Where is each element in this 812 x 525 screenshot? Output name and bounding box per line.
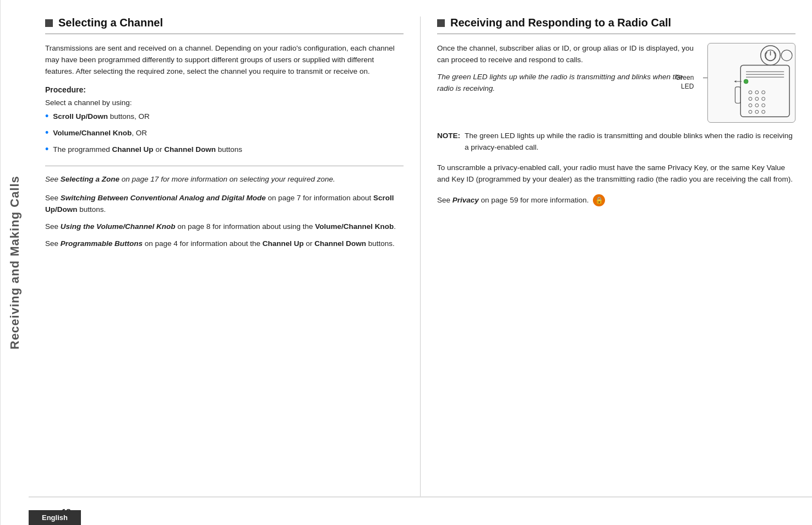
right-intro-para: Once the channel, subscriber alias or ID…	[437, 43, 696, 66]
ref-1: See Selecting a Zone on page 17 for more…	[45, 174, 404, 185]
svg-point-13	[762, 97, 765, 101]
bottom-bar: English 18	[29, 496, 812, 525]
ref-4-bold-1: Channel Up	[263, 239, 304, 248]
bullet-list: • Scroll Up/Down buttons, OR • Volume/Ch…	[45, 111, 404, 156]
see-privacy-text: See Privacy on page 59 for more informat…	[437, 196, 588, 204]
svg-marker-22	[734, 80, 736, 83]
ref-3-bold-end: Volume/Channel Knob	[315, 222, 394, 231]
channel-down-label: Channel Down	[164, 145, 216, 154]
main-content: Selecting a Channel Transmissions are se…	[29, 0, 812, 525]
privacy-icon: 🔒	[593, 194, 605, 206]
svg-point-7	[744, 79, 748, 84]
ref-3-bold: Using the Volume/Channel Knob	[61, 222, 176, 231]
procedure-label: Procedure:	[45, 85, 404, 94]
english-tab[interactable]: English	[29, 510, 81, 525]
ref-4-bold-2: Channel Down	[314, 239, 366, 248]
led-arrow	[703, 78, 707, 78]
svg-point-12	[755, 97, 759, 101]
english-label: English	[42, 513, 68, 522]
ref-3: See Using the Volume/Channel Knob on pag…	[45, 221, 404, 233]
bullet-dot-3: •	[45, 144, 48, 155]
svg-point-8	[749, 91, 752, 94]
right-section-divider	[437, 34, 795, 34]
svg-point-2	[781, 50, 792, 61]
note-block: NOTE: The green LED lights up while the …	[437, 130, 795, 154]
ref-1-bold: Selecting a Zone	[61, 175, 119, 183]
bullet-dot-2: •	[45, 128, 48, 139]
right-column: Receiving and Responding to a Radio Call…	[421, 17, 812, 496]
right-section-title: Receiving and Responding to a Radio Call	[450, 17, 671, 29]
left-column: Selecting a Channel Transmissions are se…	[29, 17, 421, 496]
bullet-text-3: The programmed Channel Up or Channel Dow…	[53, 144, 242, 155]
right-section-header: Receiving and Responding to a Radio Call	[437, 17, 795, 29]
bullet-item-3: • The programmed Channel Up or Channel D…	[45, 144, 404, 155]
ref-2: See Switching Between Conventional Analo…	[45, 193, 404, 216]
right-italic-para: The green LED lights up while the radio …	[437, 72, 696, 95]
vertical-label-text: Receiving and Making Calls	[8, 176, 22, 349]
right-intro-block: Once the channel, subscriber alias or ID…	[437, 43, 795, 123]
left-body-text: Transmissions are sent and received on a…	[45, 43, 404, 78]
note-text: The green LED lights up while the radio …	[465, 130, 795, 154]
svg-point-14	[749, 103, 752, 107]
left-section-header: Selecting a Channel	[45, 17, 404, 29]
bullet-item-1: • Scroll Up/Down buttons, OR	[45, 111, 404, 122]
privacy-para: To unscramble a privacy-enabled call, yo…	[437, 162, 795, 185]
bullet-item-2: • Volume/Channel Knob, OR	[45, 128, 404, 139]
page-container: Receiving and Making Calls Selecting a C…	[0, 0, 812, 525]
radio-svg	[707, 43, 795, 123]
svg-point-15	[755, 103, 759, 107]
ref-4: See Programmable Buttons on page 4 for i…	[45, 238, 404, 250]
svg-point-17	[749, 110, 752, 113]
ref-2-bold: Switching Between Conventional Analog an…	[61, 194, 266, 202]
channel-up-label: Channel Up	[112, 145, 154, 154]
svg-rect-3	[740, 65, 789, 117]
section-icon	[45, 19, 53, 27]
svg-point-11	[749, 97, 752, 101]
svg-point-10	[762, 91, 765, 94]
privacy-link: Privacy	[453, 196, 479, 204]
bullet-bold-2: Volume/Channel Knob	[53, 129, 132, 137]
bullet-text-1: Scroll Up/Down buttons, OR	[53, 111, 150, 122]
left-section-title: Selecting a Channel	[58, 17, 163, 29]
svg-point-19	[762, 110, 765, 113]
channel-intro: Select a channel by using:	[45, 99, 404, 107]
svg-rect-20	[735, 87, 740, 103]
see-privacy-block: See Privacy on page 59 for more informat…	[437, 194, 795, 206]
radio-diagram-container: GreenLED	[707, 43, 795, 123]
svg-point-9	[755, 91, 759, 94]
left-section-divider	[45, 34, 404, 34]
bullet-text-2: Volume/Channel Knob, OR	[53, 128, 147, 139]
right-section-icon	[437, 19, 445, 27]
left-mid-divider	[45, 166, 404, 166]
vertical-label: Receiving and Making Calls	[0, 0, 29, 525]
note-label: NOTE:	[437, 130, 460, 154]
ref-4-bold: Programmable Buttons	[61, 239, 143, 248]
svg-point-16	[762, 103, 765, 107]
two-col-layout: Selecting a Channel Transmissions are se…	[29, 0, 812, 496]
bullet-dot-1: •	[45, 111, 48, 122]
green-led-label: GreenLED	[675, 74, 694, 91]
svg-point-18	[755, 110, 759, 113]
bullet-bold-1: Scroll Up/Down	[53, 112, 108, 121]
right-intro-text-block: Once the channel, subscriber alias or ID…	[437, 43, 696, 123]
